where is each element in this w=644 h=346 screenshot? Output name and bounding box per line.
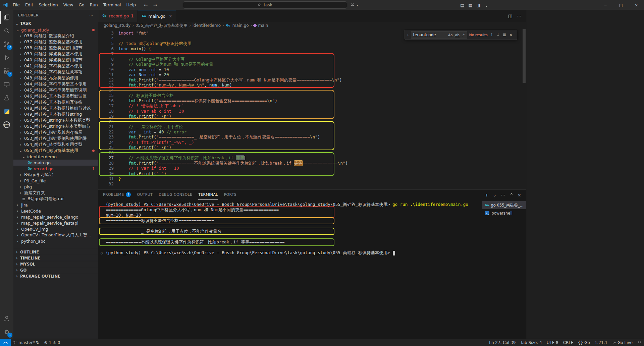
tree-item-folder[interactable]: ⌄golang_study — [13, 27, 98, 33]
tree-item-folder[interactable]: ›050_尚硅谷_string转基本数据类型 — [13, 117, 98, 123]
regex-icon[interactable]: .* — [461, 33, 466, 37]
git-branch-status[interactable]: master* ↻ — [11, 339, 42, 346]
remote-indicator[interactable]: >< — [0, 339, 11, 346]
menu-run[interactable]: Run — [87, 2, 101, 8]
tree-item-folder[interactable]: ›map_repair_service_django — [13, 214, 98, 220]
tab-problems[interactable]: PROBLEMS1 — [103, 190, 131, 200]
tree-item-folder[interactable]: ›048_尚硅谷_基本数据转换细节讨论 — [13, 105, 98, 111]
tree-item-folder[interactable]: ›python_abc — [13, 238, 98, 244]
tree-item-folder[interactable]: ›038_尚硅谷_整数类型使用细节 — [13, 45, 98, 51]
activity-python-extension[interactable] — [0, 105, 13, 118]
cursor-position[interactable]: Ln 27, Col 39 — [487, 339, 518, 346]
code-line[interactable]: 10 var num int = 10 — [98, 67, 526, 72]
panel-more-actions-icon[interactable]: ⋯ — [501, 192, 505, 197]
activity-search[interactable] — [0, 24, 13, 38]
activity-source-control[interactable]: 54 — [0, 38, 13, 51]
split-editor-icon[interactable]: ◫ — [508, 13, 512, 18]
tree-item-file[interactable]: ≣B站go学习笔记.rar — [13, 196, 98, 202]
menu-file[interactable]: File — [10, 2, 22, 8]
tree-item-folder[interactable]: ›新建文件夹 — [13, 190, 98, 196]
encoding-status[interactable]: UTF-8 — [544, 339, 561, 346]
tree-item-folder[interactable]: ›jira — [13, 202, 98, 208]
code-line[interactable]: 15 // 标识符不能包含空格 — [98, 93, 526, 98]
code-editor[interactable]: 3import "fmt"45// todo 演示golang中标识符的使用6f… — [98, 29, 526, 189]
tree-item-folder[interactable]: ›051_尚硅谷_string转基本类型细节 — [13, 123, 98, 129]
tree-item-folder[interactable]: ›043_尚硅谷_布尔类型的使用 — [13, 75, 98, 81]
close-window-button[interactable]: × — [629, 0, 644, 10]
code-line[interactable]: 8 // Golang中严格区分大小写 — [98, 57, 526, 62]
code-line[interactable]: 26 — [98, 150, 526, 156]
tree-item-folder[interactable]: ›054_尚硅谷_值类型和引用类型 — [13, 141, 98, 148]
code-line[interactable]: 14 — [98, 88, 526, 93]
terminal-dropdown-icon[interactable]: ⌄ — [493, 192, 496, 197]
code-line[interactable]: 22 var _ int = 40 // error — [98, 129, 526, 135]
terminal-instance-powershell[interactable]: >_ powershell — [482, 209, 526, 217]
code-line[interactable]: 32 — [98, 181, 526, 187]
indentation-status[interactable]: Tab Size: 4 — [518, 339, 544, 346]
code-line[interactable]: 5// todo 演示golang中标识符的使用 — [98, 41, 526, 46]
menu-terminal[interactable]: Terminal — [101, 2, 124, 8]
code-line[interactable]: 19 fmt.Printf(" \n") — [98, 114, 526, 119]
tree-item-file[interactable]: Gorecord.go1 — [13, 166, 98, 172]
maximize-button[interactable]: □ — [613, 0, 629, 10]
activity-testing[interactable] — [0, 91, 13, 105]
tree-item-folder[interactable]: ›OpenCV_img — [13, 226, 98, 232]
code-line[interactable]: 25 fmt.Printf(" \n") — [98, 145, 526, 150]
accounts-button[interactable] — [0, 312, 13, 325]
navigate-back-icon[interactable]: ← — [144, 2, 148, 8]
tree-item-folder[interactable]: ›041_尚硅谷_字符类型基本使用 — [13, 63, 98, 69]
tree-item-folder[interactable]: ›map_repair_service_fastapi — [13, 220, 98, 226]
toggle-panel-icon[interactable]: ▦ — [468, 3, 472, 8]
navigate-forward-icon[interactable]: → — [153, 2, 157, 8]
code-line[interactable]: 13 fmt.Printf("num=%v, Num=%v \n", num, … — [98, 82, 526, 88]
menu-help[interactable]: Help — [124, 2, 139, 8]
find-input[interactable]: tenantcode Aa ab .* — [411, 31, 467, 39]
whole-word-icon[interactable]: ab — [454, 33, 460, 37]
tree-item-folder[interactable]: ›045_尚硅谷_字符串类型细节说明 — [13, 87, 98, 93]
tree-item-folder[interactable]: ⌄identiferdemo — [13, 154, 98, 160]
code-line[interactable]: 23 fmt.Printf("==============_ 是空标识符，用于占… — [98, 134, 526, 140]
tree-item-folder[interactable]: ›053_尚硅谷_指针案例和使用陷阱 — [13, 135, 98, 141]
tree-item-folder[interactable]: ›LeetCode — [13, 208, 98, 214]
activity-run-debug[interactable] — [0, 51, 13, 64]
tree-item-folder[interactable]: ›OpenCV+TensorFlow 入门人工智能图像处理 — [13, 232, 98, 238]
problems-status[interactable]: ⊗ 1 ⚠ 0 — [42, 339, 62, 346]
tree-item-folder[interactable]: ⌄055_尚硅谷_标识符基本使用 — [13, 148, 98, 154]
code-line[interactable]: 28 fmt.Printf("==============不能以系统保留关键字作… — [98, 161, 526, 166]
tree-item-folder[interactable]: ›036_尚硅谷_数据类型介绍 — [13, 33, 98, 39]
minimize-button[interactable]: ─ — [598, 0, 613, 10]
activity-explorer[interactable] — [0, 11, 13, 24]
tab-main-go[interactable]: Go main.go × — [138, 10, 176, 22]
command-center-search[interactable]: task — [183, 1, 347, 9]
editor-more-actions-icon[interactable]: ⋯ — [517, 13, 521, 18]
terminal-output[interactable]: (python_study) PS C:\Users\wxe5szh\OneDr… — [98, 200, 482, 339]
tree-item-folder[interactable]: ›pkg — [13, 184, 98, 190]
tree-item-folder[interactable]: ›B站go学习笔记 — [13, 172, 98, 178]
close-panel-icon[interactable]: × — [518, 192, 521, 197]
profile-button[interactable]: ⌄ — [350, 2, 359, 7]
code-line[interactable]: 30 fmt.Printf(" ") — [98, 171, 526, 176]
match-case-icon[interactable]: Aa — [447, 33, 453, 37]
language-mode[interactable]: {}Go — [576, 339, 592, 346]
command-decoration-icon[interactable]: ○ — [101, 250, 103, 256]
eol-status[interactable]: CRLF — [561, 339, 576, 346]
next-match-icon[interactable]: ↓ — [496, 33, 500, 37]
section-package-outline[interactable]: ›PACKAGE OUTLINE — [13, 273, 98, 279]
workspace-section-task[interactable]: ⌄ TASK — [13, 20, 98, 27]
tab-terminal[interactable]: TERMINAL — [198, 190, 218, 200]
tab-output[interactable]: OUTPUT — [137, 190, 153, 200]
code-line[interactable]: 18 // ! var ab c int = 30 — [98, 109, 526, 114]
tree-item-folder[interactable]: ›040_尚硅谷_浮点类型使用细节 — [13, 57, 98, 63]
section-go[interactable]: ›GO — [13, 267, 98, 273]
activity-extensions[interactable]: 7 — [0, 64, 13, 78]
code-line[interactable]: 16 fmt.Printf("==============标识符不能包含空格==… — [98, 98, 526, 104]
toggle-secondary-sidebar-icon[interactable]: ◨ — [477, 3, 481, 8]
section-timeline[interactable]: ›TIMELINE — [13, 255, 98, 261]
settings-button[interactable]: ⚙ 1 — [0, 325, 13, 339]
go-version-status[interactable]: 1.21.1 — [592, 339, 610, 346]
maximize-panel-icon[interactable]: ^ — [509, 192, 513, 197]
tree-item-folder[interactable]: ›049_尚硅谷_基本数据转string — [13, 111, 98, 117]
menu-go[interactable]: Go — [76, 2, 87, 8]
code-line[interactable]: 24 // ! fmt.Printf("_=%v", _) — [98, 140, 526, 145]
notifications-button[interactable] — [635, 339, 644, 346]
